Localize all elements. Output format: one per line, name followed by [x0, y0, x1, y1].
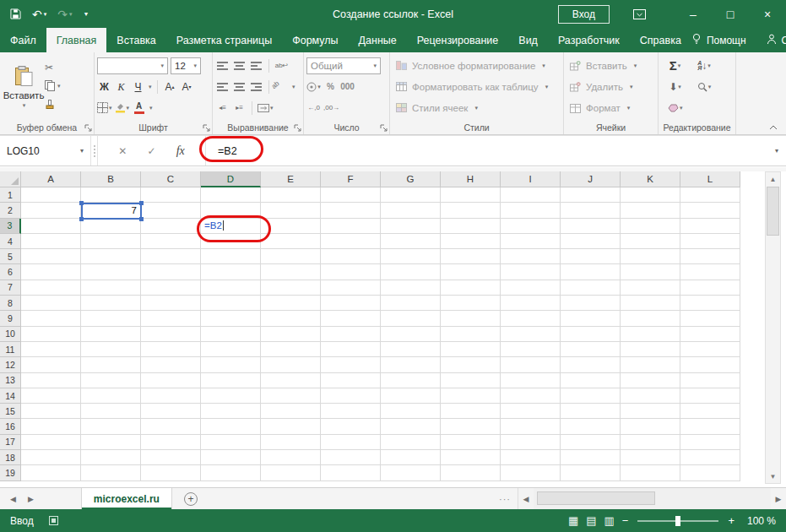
cell-F17[interactable] — [321, 435, 381, 450]
cell-L10[interactable] — [680, 327, 740, 342]
horizontal-scroll-thumb[interactable] — [537, 491, 655, 505]
cell-F12[interactable] — [321, 357, 381, 372]
scroll-up-icon[interactable]: ▲ — [766, 172, 780, 186]
sign-in-button[interactable]: Вход — [558, 5, 610, 24]
cell-C6[interactable] — [141, 264, 201, 280]
column-header-I[interactable]: I — [501, 171, 561, 187]
cell-K9[interactable] — [621, 311, 680, 326]
cell-J4[interactable] — [561, 234, 621, 249]
cell-J14[interactable] — [561, 388, 621, 404]
ribbon-tab-formulas[interactable]: Формулы — [282, 28, 348, 52]
cell-E9[interactable] — [261, 311, 321, 326]
cell-B13[interactable] — [81, 373, 141, 388]
cell-A4[interactable] — [21, 234, 81, 249]
number-format-combo[interactable]: Общий ▾ — [306, 57, 381, 74]
cell-A18[interactable] — [21, 450, 81, 465]
cell-G6[interactable] — [381, 264, 441, 280]
sheet-prev-icon[interactable]: ◀ — [10, 495, 16, 503]
formula-input[interactable]: =B2 — [206, 136, 767, 166]
cell-F13[interactable] — [321, 373, 381, 388]
cell-C12[interactable] — [141, 357, 201, 372]
row-header-12[interactable]: 12 — [0, 357, 21, 372]
cell-A3[interactable] — [21, 219, 81, 234]
cell-G19[interactable] — [381, 465, 441, 480]
cell-F19[interactable] — [321, 465, 381, 480]
cell-B16[interactable] — [81, 419, 141, 434]
cell-D6[interactable] — [201, 264, 261, 280]
insert-cells-button[interactable]: Вставить ▾ — [566, 55, 655, 76]
cell-A14[interactable] — [21, 388, 81, 404]
cell-G4[interactable] — [381, 234, 441, 249]
font-size-combo[interactable]: 12 ▾ — [171, 57, 201, 74]
cell-H14[interactable] — [441, 388, 501, 404]
row-header-17[interactable]: 17 — [0, 435, 21, 450]
cell-C17[interactable] — [141, 435, 201, 450]
cut-icon[interactable]: ✂ — [45, 60, 61, 74]
cell-G10[interactable] — [381, 327, 441, 342]
cell-I5[interactable] — [501, 249, 561, 264]
cell-K10[interactable] — [621, 327, 680, 342]
align-middle-icon[interactable] — [232, 57, 247, 74]
horizontal-scroll-track[interactable] — [534, 488, 771, 509]
cell-H5[interactable] — [441, 249, 501, 264]
cell-J12[interactable] — [561, 357, 621, 372]
cell-G7[interactable] — [381, 280, 441, 296]
cell-L4[interactable] — [680, 234, 740, 249]
cell-B12[interactable] — [81, 357, 141, 372]
cell-G11[interactable] — [381, 342, 441, 357]
find-select-button[interactable]: ▾ — [697, 79, 712, 95]
cell-K13[interactable] — [621, 373, 680, 388]
format-painter-icon[interactable] — [45, 97, 61, 111]
cell-K18[interactable] — [621, 450, 680, 465]
cell-H4[interactable] — [441, 234, 501, 249]
cell-E12[interactable] — [261, 357, 321, 372]
row-header-11[interactable]: 11 — [0, 342, 21, 357]
cell-styles-button[interactable]: Стили ячеек ▾ — [393, 97, 561, 118]
cell-C19[interactable] — [141, 465, 201, 480]
cell-J17[interactable] — [561, 435, 621, 450]
bold-button[interactable]: Ж — [97, 79, 111, 95]
cell-K3[interactable] — [621, 219, 680, 234]
cell-C16[interactable] — [141, 419, 201, 434]
cell-J3[interactable] — [561, 219, 621, 234]
cell-B3[interactable] — [81, 219, 141, 234]
cell-B10[interactable] — [81, 327, 141, 342]
cell-A17[interactable] — [21, 435, 81, 450]
cell-L16[interactable] — [680, 419, 740, 434]
font-name-combo[interactable]: ▾ — [97, 57, 168, 74]
autosum-button[interactable]: Σ▾ — [668, 57, 682, 74]
accounting-format-icon[interactable]: ▾ — [306, 79, 321, 95]
cell-H19[interactable] — [441, 465, 501, 480]
cell-I18[interactable] — [501, 450, 561, 465]
increase-indent-icon[interactable]: ▸≡ — [232, 100, 247, 117]
cell-H8[interactable] — [441, 296, 501, 311]
cell-C3[interactable] — [141, 219, 201, 234]
cell-K6[interactable] — [621, 264, 680, 280]
cell-J6[interactable] — [561, 264, 621, 280]
cell-G8[interactable] — [381, 296, 441, 311]
cell-C1[interactable] — [141, 187, 201, 203]
cell-I14[interactable] — [501, 388, 561, 404]
align-right-icon[interactable] — [249, 79, 263, 95]
cell-J18[interactable] — [561, 450, 621, 465]
cell-L18[interactable] — [680, 450, 740, 465]
cell-G5[interactable] — [381, 249, 441, 264]
row-header-1[interactable]: 1 — [0, 187, 21, 203]
scroll-right-icon[interactable]: ▶ — [771, 495, 786, 503]
name-box[interactable]: LOG10 ▾ — [0, 136, 91, 166]
cell-I1[interactable] — [501, 187, 561, 203]
cell-B15[interactable] — [81, 404, 141, 419]
cell-E15[interactable] — [261, 404, 321, 419]
percent-style-icon[interactable]: % — [323, 79, 338, 95]
cell-J15[interactable] — [561, 404, 621, 419]
row-header-5[interactable]: 5 — [0, 249, 21, 264]
ribbon-tab-home[interactable]: Главная — [46, 28, 107, 52]
cell-E13[interactable] — [261, 373, 321, 388]
cell-A13[interactable] — [21, 373, 81, 388]
cell-D15[interactable] — [201, 404, 261, 419]
cell-J19[interactable] — [561, 465, 621, 480]
cell-L6[interactable] — [680, 264, 740, 280]
increase-font-button[interactable]: А▴ — [163, 79, 177, 95]
cell-E1[interactable] — [261, 187, 321, 203]
underline-caret-icon[interactable]: ▾ — [149, 84, 152, 90]
